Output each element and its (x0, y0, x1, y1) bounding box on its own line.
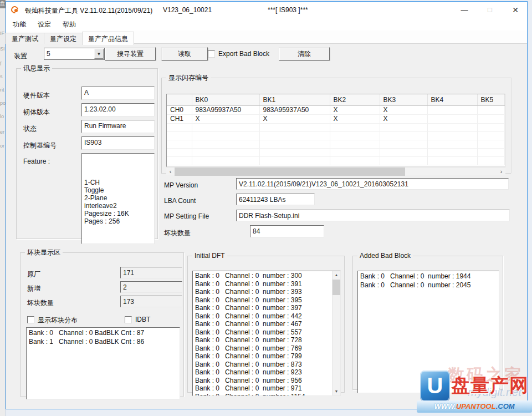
initial-dft-group: Initial DFT Bank : 0 Channel : 0 number … (187, 252, 345, 393)
list-item[interactable]: Bank : 0 Channel : 0 number : 873 (193, 361, 332, 369)
table-row-empty (167, 148, 505, 156)
scroll-up-icon[interactable]: ▲ (332, 271, 340, 279)
vertical-scrollbar[interactable]: ▲ ▼ (332, 271, 340, 395)
fw-version-field[interactable]: 1.23.02.00 (81, 103, 155, 116)
feature-line: Pagesize : 16K (84, 210, 152, 217)
checkbox-label: IDBT (135, 316, 150, 323)
window-title: 银灿科技量产工具 V2.11.02.11(2015/09/21) (25, 6, 152, 16)
mp-setting-file-field[interactable]: DDR Flash-Setup.ini (236, 210, 510, 221)
list-item[interactable]: Bank : 0 Channel : 0 number : 1944 (358, 272, 499, 281)
bad-block-listbox[interactable]: Bank : 0 Channel : 0 BadBLK Cnt : 87Bank… (26, 327, 180, 399)
scroll-right-icon[interactable]: › (497, 168, 505, 176)
titlebar: 银灿科技量产工具 V2.11.02.11(2015/09/21) V123_06… (6, 2, 527, 18)
list-item[interactable]: Bank : 0 Channel : 0 number : 2045 (358, 281, 499, 290)
list-item[interactable]: Bank : 0 Channel : 0 number : 557 (193, 328, 332, 337)
list-item[interactable]: Bank : 0 Channel : 0 number : 769 (193, 344, 332, 353)
tab[interactable]: 量产设定 (44, 33, 83, 44)
list-item[interactable]: Bank : 0 Channel : 0 BadBLK Cnt : 87 (27, 328, 180, 337)
feature-line: Pages : 256 (84, 217, 152, 225)
watermark-url-banner: WWW.UPANTOOL.COM (417, 400, 532, 413)
menu-item[interactable]: 设定 (33, 18, 56, 31)
upantool-logo-icon: U (420, 371, 450, 402)
scroll-down-icon[interactable]: ▼ (332, 388, 340, 395)
checkbox-box[interactable] (125, 316, 132, 323)
table-row-empty (167, 123, 505, 131)
tab-active[interactable]: 量产产品信息 (82, 32, 134, 45)
list-item[interactable]: Bank : 0 Channel : 0 number : 971 (193, 384, 332, 393)
flash-column-header: BK2 (330, 94, 380, 105)
status-label: 状态 (23, 124, 37, 134)
show-distribution-checkbox[interactable]: 显示坏块分布 (27, 316, 110, 324)
lba-count-label: LBA Count (164, 197, 196, 205)
checkbox-box[interactable] (208, 50, 215, 58)
idbt-checkbox[interactable]: IDBT (125, 316, 169, 324)
list-item[interactable]: Bank : 0 Channel : 0 number : 395 (193, 296, 332, 305)
list-item[interactable]: Bank : 0 Channel : 0 number : 1154 (193, 393, 332, 396)
list-item[interactable]: Bank : 0 Channel : 0 number : 467 (193, 320, 332, 328)
total-field[interactable]: 173 (120, 296, 182, 307)
list-item[interactable]: Bank : 0 Channel : 0 number : 391 (193, 280, 332, 288)
controller-field[interactable]: IS903 (81, 136, 155, 150)
window-title-build: V123_06_10021 (163, 6, 212, 14)
list-item[interactable]: Bank : 0 Channel : 0 number : 300 (193, 272, 332, 280)
tab[interactable]: 量产测试 (6, 33, 44, 44)
table-row-empty (167, 140, 505, 148)
hw-version-label: 硬件版本 (23, 91, 50, 100)
device-select[interactable]: 5 ▼ (44, 48, 105, 60)
list-item[interactable]: Bank : 0 Channel : 0 number : 397 (193, 304, 332, 312)
feature-line: interleave2 (84, 202, 152, 210)
list-item[interactable]: Bank : 0 Channel : 0 number : 923 (193, 368, 332, 377)
status-field[interactable]: Run Firmware (81, 120, 155, 133)
list-item[interactable]: Bank : 0 Channel : 0 number : 442 (193, 312, 332, 321)
url-name: UPANTOOL (456, 402, 496, 410)
bad-count-field[interactable]: 84 (250, 225, 324, 237)
search-device-button[interactable]: 搜寻装置 (105, 47, 156, 60)
flash-table-header: BK0BK1BK2BK3BK4BK5 (167, 94, 505, 105)
list-item[interactable]: Bank : 0 Channel : 0 number : 956 (193, 377, 332, 385)
horizontal-scrollbar[interactable]: ‹ › (166, 167, 505, 175)
background-text-fragment: er (0, 129, 6, 135)
added-field[interactable]: 2 (120, 281, 182, 293)
list-item[interactable]: Bank : 1 Channel : 0 BadBLK Cnt : 86 (27, 337, 180, 346)
factory-label: 原厂 (27, 270, 40, 279)
scroll-left-icon[interactable]: ‹ (166, 168, 175, 176)
clear-button[interactable]: 清除 (279, 47, 330, 60)
tab-strip: 量产测试量产设定量产产品信息 (6, 31, 527, 44)
checkbox-box[interactable] (27, 316, 34, 323)
background-window-strip: 盘IFSIfsritpoloeror (0, 0, 6, 416)
minimize-button[interactable]: — (452, 2, 477, 18)
watermark: 数码之家 mydigit.net U 盘量产网 WWW.UPANTOOL.COM (417, 365, 532, 416)
feature-line: Toggle (84, 186, 152, 194)
mp-setting-file-label: MP Setting File (164, 212, 209, 220)
menu-item[interactable]: 功能 (8, 18, 31, 31)
lba-count-field[interactable]: 62411243 LBAs (236, 194, 315, 205)
read-button[interactable]: 读取 (161, 47, 208, 60)
menu-item[interactable]: 帮助 (58, 18, 81, 31)
list-item[interactable]: Bank : 0 Channel : 0 number : 393 (193, 288, 332, 296)
scrollbar-thumb[interactable] (175, 168, 405, 176)
table-row[interactable]: CH0983A95937A50983A95937A50 XX (167, 105, 505, 114)
chevron-down-icon[interactable]: ▼ (94, 49, 104, 59)
initial-dft-listbox[interactable]: Bank : 0 Channel : 0 number : 300Bank : … (192, 271, 341, 396)
initial-dft-title: Initial DFT (192, 252, 227, 260)
flash-id-table[interactable]: BK0BK1BK2BK3BK4BK5 CH0983A95937A50983A95… (166, 94, 505, 167)
scrollbar-thumb[interactable] (332, 280, 340, 295)
list-item[interactable]: Bank : 0 Channel : 0 number : 799 (193, 352, 332, 361)
flash-column-header: BK5 (477, 94, 505, 105)
list-item[interactable]: Bank : 0 Channel : 0 number : 728 (193, 336, 332, 344)
added-label: 新增 (27, 284, 40, 293)
background-text-fragment: po (0, 100, 6, 106)
feature-box[interactable]: 1-CHToggle2-Planeinterleave2Pagesize : 1… (81, 153, 155, 244)
table-row[interactable]: CH1XX XX (167, 114, 505, 123)
url-tld: .COM (496, 402, 515, 410)
factory-field[interactable]: 171 (120, 267, 182, 278)
close-button[interactable]: ✕ (503, 2, 528, 18)
export-bad-block-checkbox[interactable]: Export Bad Block (208, 50, 280, 59)
hw-version-field[interactable]: A (81, 87, 155, 100)
fw-version-label: 韧体版本 (23, 108, 50, 117)
maximize-button[interactable]: □ (477, 2, 503, 18)
device-select-value: 5 (47, 50, 50, 58)
mp-version-field[interactable]: V2.11.02.11(2015/09/21)V123_06_10021_201… (236, 178, 509, 190)
flash-column-header: BK3 (380, 94, 427, 105)
background-text-fragment: rit (0, 87, 6, 93)
